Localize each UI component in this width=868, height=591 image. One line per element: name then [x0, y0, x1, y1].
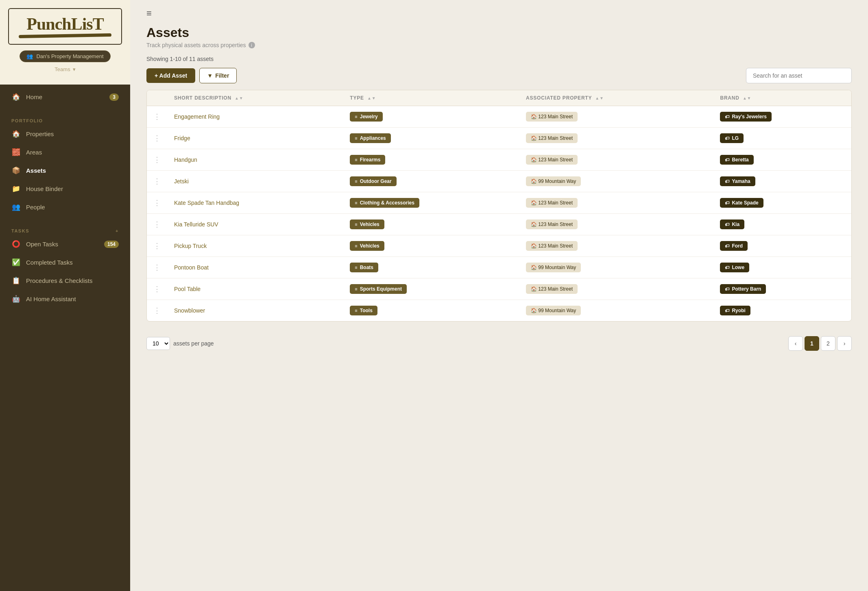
page-button-2[interactable]: 2	[821, 336, 835, 351]
row-desc[interactable]: Kate Spade Tan Handbag	[168, 192, 343, 214]
page-title: Assets	[146, 25, 852, 40]
org-name: Dan's Property Management	[36, 53, 103, 59]
table-row: ⋮ Kate Spade Tan Handbag ≡Clothing & Acc…	[147, 192, 851, 214]
hamburger-button[interactable]: ≡	[146, 8, 852, 19]
table-row: ⋮ Pontoon Boat ≡Boats 🏠 99 Mountain Way …	[147, 257, 851, 278]
table-row: ⋮ Snowblower ≡Tools 🏠 99 Mountain Way 🏷R…	[147, 300, 851, 322]
row-property[interactable]: 🏠 123 Main Street	[519, 278, 713, 300]
per-page-select[interactable]: 10 25 50	[146, 337, 170, 350]
add-task-button[interactable]: +	[116, 229, 119, 233]
row-property[interactable]: 🏠 123 Main Street	[519, 149, 713, 171]
table-body: ⋮ Engagement Ring ≡Jewelry 🏠 123 Main St…	[147, 106, 851, 322]
row-dots-menu[interactable]: ⋮	[147, 128, 168, 149]
row-property[interactable]: 🏠 99 Mountain Way	[519, 300, 713, 322]
row-property[interactable]: 🏠 123 Main Street	[519, 214, 713, 235]
sidebar-item-ai-home[interactable]: 🤖 AI Home Assistant	[0, 290, 130, 308]
nav-tasks-section: TASKS + ⭕ Open Tasks 154 ✅ Completed Tas…	[0, 219, 130, 311]
row-desc[interactable]: Snowblower	[168, 300, 343, 322]
row-desc[interactable]: Engagement Ring	[168, 106, 343, 128]
assets-table-container: SHORT DESCRIPTION ▲▼ TYPE ▲▼ ASSOCIATED …	[146, 90, 852, 322]
chevron-down-icon: ▾	[73, 66, 76, 72]
row-property[interactable]: 🏠 123 Main Street	[519, 192, 713, 214]
row-property[interactable]: 🏠 123 Main Street	[519, 106, 713, 128]
sidebar-item-properties[interactable]: 🏠 Properties	[0, 125, 130, 143]
row-type: ≡Clothing & Accessories	[343, 192, 519, 214]
row-desc[interactable]: Handgun	[168, 149, 343, 171]
org-badge[interactable]: 👥 Dan's Property Management	[20, 50, 110, 62]
sidebar-item-label: Assets	[26, 167, 46, 174]
tasks-section-label: TASKS	[11, 228, 29, 233]
people-icon: 👥	[11, 203, 20, 211]
filter-label: Filter	[215, 72, 229, 79]
assets-icon: 📦	[11, 166, 20, 175]
open-tasks-icon: ⭕	[11, 240, 20, 248]
filter-button[interactable]: ▼ Filter	[199, 68, 237, 83]
col-property[interactable]: ASSOCIATED PROPERTY ▲▼	[519, 90, 713, 106]
row-desc[interactable]: Kia Telluride SUV	[168, 214, 343, 235]
table-row: ⋮ Handgun ≡Firearms 🏠 123 Main Street 🏷B…	[147, 149, 851, 171]
sort-icon-type: ▲▼	[367, 96, 376, 100]
logo-area: PunchLisT 👥 Dan's Property Management Te…	[0, 0, 130, 85]
row-property[interactable]: 🏠 123 Main Street	[519, 128, 713, 149]
sidebar-item-open-tasks[interactable]: ⭕ Open Tasks 154	[0, 235, 130, 253]
open-tasks-badge: 154	[104, 241, 119, 248]
sidebar-item-completed-tasks[interactable]: ✅ Completed Tasks	[0, 253, 130, 272]
row-property[interactable]: 🏠 99 Mountain Way	[519, 171, 713, 192]
page-nav: ‹12›	[788, 336, 852, 351]
table-row: ⋮ Jetski ≡Outdoor Gear 🏠 99 Mountain Way…	[147, 171, 851, 192]
row-dots-menu[interactable]: ⋮	[147, 192, 168, 214]
teams-row[interactable]: Teams ▾	[50, 62, 79, 76]
row-brand: 🏷Kia	[713, 214, 851, 235]
row-type: ≡Tools	[343, 300, 519, 322]
search-input[interactable]	[746, 68, 852, 83]
row-desc[interactable]: Pontoon Boat	[168, 257, 343, 278]
row-brand: 🏷Lowe	[713, 257, 851, 278]
row-brand: 🏷Ray's Jewelers	[713, 106, 851, 128]
row-type: ≡Vehicles	[343, 214, 519, 235]
showing-text: Showing 1-10 of 11 assets	[130, 56, 868, 62]
row-dots-menu[interactable]: ⋮	[147, 257, 168, 278]
row-dots-menu[interactable]: ⋮	[147, 278, 168, 300]
completed-tasks-icon: ✅	[11, 258, 20, 267]
row-brand: 🏷Ryobi	[713, 300, 851, 322]
add-asset-button[interactable]: + Add Asset	[146, 68, 195, 83]
next-page-button[interactable]: ›	[837, 336, 852, 351]
row-dots-menu[interactable]: ⋮	[147, 214, 168, 235]
row-dots-menu[interactable]: ⋮	[147, 149, 168, 171]
row-type: ≡Boats	[343, 257, 519, 278]
row-dots-menu[interactable]: ⋮	[147, 300, 168, 322]
table-row: ⋮ Pool Table ≡Sports Equipment 🏠 123 Mai…	[147, 278, 851, 300]
row-desc[interactable]: Jetski	[168, 171, 343, 192]
row-dots-menu[interactable]: ⋮	[147, 106, 168, 128]
sidebar-item-label: House Binder	[26, 185, 63, 192]
row-dots-menu[interactable]: ⋮	[147, 235, 168, 257]
org-icon: 👥	[26, 53, 33, 59]
page-subtitle: Track physical assets across properties …	[146, 42, 852, 48]
row-property[interactable]: 🏠 123 Main Street	[519, 235, 713, 257]
areas-icon: 🧱	[11, 148, 20, 156]
row-desc[interactable]: Pool Table	[168, 278, 343, 300]
row-property[interactable]: 🏠 99 Mountain Way	[519, 257, 713, 278]
table-row: ⋮ Fridge ≡Appliances 🏠 123 Main Street 🏷…	[147, 128, 851, 149]
col-brand[interactable]: BRAND ▲▼	[713, 90, 851, 106]
row-desc[interactable]: Fridge	[168, 128, 343, 149]
info-icon[interactable]: i	[249, 42, 255, 48]
sort-icon-desc: ▲▼	[235, 96, 243, 100]
col-type[interactable]: TYPE ▲▼	[343, 90, 519, 106]
sidebar-item-people[interactable]: 👥 People	[0, 198, 130, 216]
page-button-1[interactable]: 1	[805, 336, 819, 351]
sidebar-item-procedures[interactable]: 📋 Procedures & Checklists	[0, 272, 130, 290]
row-desc[interactable]: Pickup Truck	[168, 235, 343, 257]
per-page-control: 10 25 50 assets per page	[146, 337, 214, 350]
logo-box: PunchLisT	[8, 8, 122, 45]
row-dots-menu[interactable]: ⋮	[147, 171, 168, 192]
row-brand: 🏷Pottery Barn	[713, 278, 851, 300]
sidebar-item-house-binder[interactable]: 📁 House Binder	[0, 180, 130, 198]
sidebar-item-assets[interactable]: 📦 Assets	[0, 161, 130, 180]
col-short-desc[interactable]: SHORT DESCRIPTION ▲▼	[168, 90, 343, 106]
prev-page-button[interactable]: ‹	[788, 336, 803, 351]
sidebar-item-areas[interactable]: 🧱 Areas	[0, 143, 130, 161]
sidebar-item-label: Areas	[26, 149, 42, 156]
table-header-row: SHORT DESCRIPTION ▲▼ TYPE ▲▼ ASSOCIATED …	[147, 90, 851, 106]
sidebar-item-home[interactable]: 🏠 Home 3	[0, 88, 130, 106]
